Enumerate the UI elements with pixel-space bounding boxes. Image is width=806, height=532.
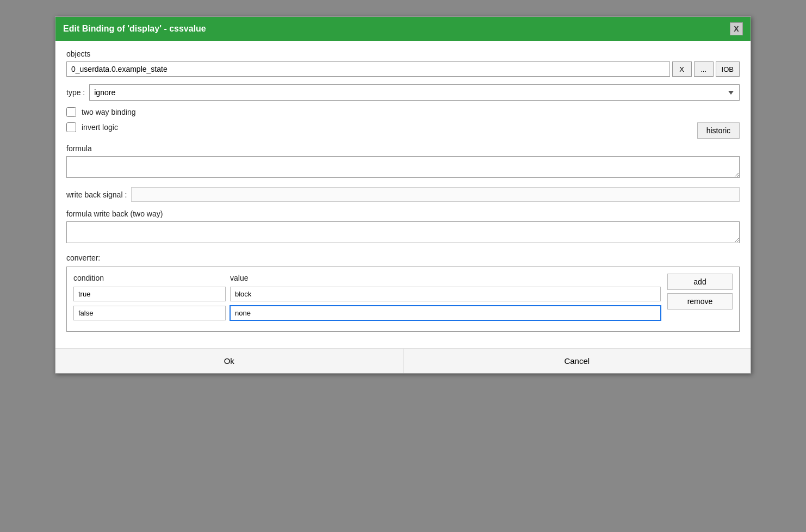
formula-write-back-textarea[interactable]	[66, 221, 740, 243]
converter-header-row: condition value	[73, 274, 661, 282]
objects-label: objects	[66, 50, 740, 58]
converter-buttons: add remove	[667, 274, 733, 310]
write-back-signal-label: write back signal :	[66, 190, 127, 199]
historic-button[interactable]: historic	[697, 122, 740, 139]
dialog-title: Edit Binding of 'display' - cssvalue	[63, 24, 206, 34]
iob-button[interactable]: IOB	[716, 61, 740, 77]
converter-row-1	[73, 287, 661, 301]
type-label: type :	[66, 88, 85, 97]
converter-value-input-1[interactable]	[230, 287, 661, 301]
type-select[interactable]: ignore default string number boolean col…	[89, 84, 740, 101]
dialog-body: objects X ... IOB type : ignore default …	[55, 41, 751, 348]
objects-row: X ... IOB	[66, 61, 740, 77]
two-way-binding-label: two way binding	[82, 108, 136, 116]
dots-button[interactable]: ...	[694, 61, 714, 77]
converter-condition-input-2[interactable]	[73, 306, 226, 320]
two-way-binding-checkbox[interactable]	[66, 107, 76, 117]
edit-binding-dialog: Edit Binding of 'display' - cssvalue X o…	[55, 16, 751, 374]
converter-table: condition value	[66, 267, 740, 332]
converter-fields: condition value	[73, 274, 661, 325]
cancel-button[interactable]: Cancel	[404, 349, 751, 373]
write-back-signal-input[interactable]	[131, 187, 740, 202]
remove-button[interactable]: remove	[667, 293, 733, 310]
two-way-binding-row: two way binding	[66, 107, 740, 117]
formula-textarea[interactable]	[66, 156, 740, 178]
dialog-overlay: Edit Binding of 'display' - cssvalue X o…	[55, 16, 751, 374]
converter-label: converter:	[66, 253, 740, 262]
write-back-signal-row: write back signal :	[66, 187, 740, 202]
objects-input[interactable]	[66, 61, 670, 77]
invert-logic-label: invert logic	[82, 123, 118, 132]
converter-condition-input-1[interactable]	[73, 287, 226, 301]
formula-write-back-section: formula write back (two way)	[66, 209, 740, 245]
add-button[interactable]: add	[667, 274, 733, 290]
formula-section: formula	[66, 144, 740, 180]
dialog-footer: Ok Cancel	[55, 348, 751, 373]
converter-value-input-2[interactable]	[230, 306, 661, 320]
ok-button[interactable]: Ok	[55, 349, 404, 373]
type-row: type : ignore default string number bool…	[66, 84, 740, 101]
converter-value-header: value	[230, 274, 661, 282]
converter-section: converter: condition value	[66, 253, 740, 332]
converter-row-2	[73, 306, 661, 320]
formula-label: formula	[66, 144, 740, 153]
converter-condition-header: condition	[73, 274, 226, 282]
close-button[interactable]: X	[730, 22, 743, 35]
dialog-titlebar: Edit Binding of 'display' - cssvalue X	[55, 17, 751, 41]
x-button[interactable]: X	[672, 61, 692, 77]
invert-logic-checkbox[interactable]	[66, 122, 76, 132]
formula-write-back-label: formula write back (two way)	[66, 209, 740, 218]
invert-logic-row: invert logic	[66, 122, 118, 132]
